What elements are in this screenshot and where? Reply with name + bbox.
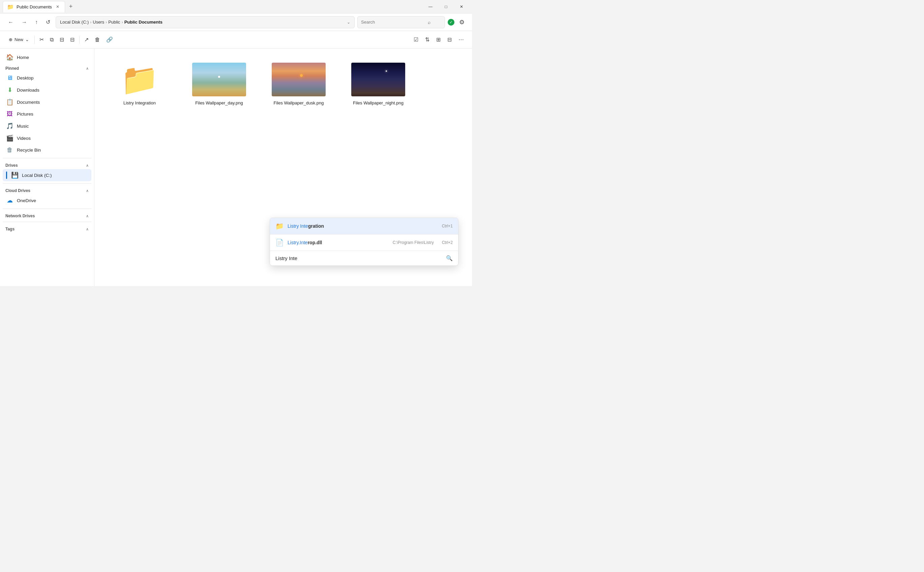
dropdown-folder-icon: 📁 [276,222,284,230]
back-button[interactable]: ← [5,17,16,27]
cloud-header[interactable]: Cloud Drives ∧ [3,186,91,194]
sidebar-cloud-section: Cloud Drives ∧ ☁ OneDrive [0,186,94,207]
sort-button[interactable]: ⇅ [422,34,432,45]
sidebar-drives-section: Drives ∧ 💾 Local Disk (C:) [0,160,94,181]
title-bar: 📁 Public Documents ✕ + — □ ✕ [0,0,472,14]
dropdown-item-2-suffix: rop.dll [308,240,322,245]
search-dropdown: 📁 Listry Integration Ctrl+1 📄 Listry.Int… [270,218,458,266]
toolbar: ⊕ New ⌄ ✂ ⧉ ⊟ ⊟ ↗ 🗑 🔗 ☑ ⇅ ⊞ ⊟ ⋯ [0,31,472,48]
sidebar-item-music[interactable]: 🎵 Music 📌 [3,120,91,132]
breadcrumb-users: Users [93,20,104,25]
sidebar-item-downloads[interactable]: ⬇ Downloads 📌 [3,84,91,96]
view-button[interactable]: ⊞ [433,34,443,45]
share-button[interactable]: ↗ [82,34,91,45]
content-area: 📁 Listry Integration Files Wallpaper_day… [94,48,472,286]
home-icon: 🏠 [6,54,14,61]
sidebar-network-section: Network Drives ∧ [0,211,94,220]
drives-chevron-icon: ∧ [86,163,89,168]
copy-button[interactable]: ⧉ [47,35,56,45]
window-close-button[interactable]: ✕ [454,2,469,12]
sidebar-item-local-disk[interactable]: 💾 Local Disk (C:) [3,169,91,181]
breadcrumb[interactable]: Local Disk (C:) › Users › Public › Publi… [56,16,355,28]
sidebar-tags-section: Tags ∧ [0,224,94,233]
sidebar-item-onedrive[interactable]: ☁ OneDrive [3,194,91,207]
select-button[interactable]: ☑ [411,34,421,45]
panel-button[interactable]: ⊟ [445,34,454,45]
dropdown-item-2-shortcut: Ctrl+2 [442,240,453,245]
sidebar-item-recycle-bin[interactable]: 🗑 Recycle Bin 📌 [3,144,91,156]
drives-header[interactable]: Drives ∧ [3,160,91,169]
bc-sep-1: › [90,20,91,25]
pinned-chevron-icon: ∧ [86,66,89,71]
dropdown-item-1-prefix: Listry Inte [288,223,308,229]
night-wallpaper-preview [351,63,405,96]
file-grid: 📁 Listry Integration Files Wallpaper_day… [103,57,464,110]
new-button[interactable]: ⊕ New ⌄ [5,35,32,44]
folder-name: Listry Integration [123,100,156,106]
more-button[interactable]: ⋯ [456,34,467,45]
minimize-button[interactable]: — [423,2,438,12]
search-box[interactable]: ⌕ [357,16,445,28]
search-go-button[interactable]: ⌕ [428,20,430,25]
drive-icon: 💾 [11,171,19,179]
sidebar-drive-label: Local Disk (C:) [22,173,52,178]
rename-button[interactable]: ⊟ [67,34,77,45]
link-button[interactable]: 🔗 [103,34,115,45]
sidebar-downloads-label: Downloads [17,88,39,93]
sidebar-home-label: Home [17,55,29,60]
pictures-icon: 🖼 [6,110,14,118]
dusk-filename: Files Wallpaper_dusk.png [273,100,324,106]
drives-section-title: Drives [5,163,18,168]
refresh-button[interactable]: ↺ [43,17,53,27]
search-input-row: 🔍 [270,251,458,266]
sidebar-item-documents[interactable]: 📋 Documents 📌 [3,96,91,108]
sidebar-divider-3 [3,208,91,209]
search-input[interactable] [361,20,425,25]
night-thumbnail [351,63,405,96]
bc-sep-2: › [106,20,107,25]
status-indicator: ✓ [448,19,454,26]
paste-button[interactable]: ⊟ [57,34,67,45]
night-filename: Files Wallpaper_night.png [353,100,404,106]
file-item-dusk[interactable]: Files Wallpaper_dusk.png [262,57,336,110]
tags-header[interactable]: Tags ∧ [3,224,91,233]
dropdown-item-2-prefix: Listry.Inte [288,240,308,245]
up-button[interactable]: ↑ [32,17,41,27]
sidebar-item-desktop[interactable]: 🖥 Desktop 📌 [3,72,91,84]
sidebar-item-videos[interactable]: 🎬 Videos 📌 [3,132,91,144]
pinned-header[interactable]: Pinned ∧ [3,63,91,72]
sidebar-recycle-label: Recycle Bin [17,148,41,152]
new-chevron-icon: ⌄ [25,37,29,42]
search-main-input[interactable] [276,255,442,261]
file-item-night[interactable]: Files Wallpaper_night.png [341,57,415,110]
onedrive-icon: ☁ [6,197,14,204]
new-label: New [14,37,23,42]
sidebar-item-home[interactable]: 🏠 Home [3,51,91,63]
file-item-folder[interactable]: 📁 Listry Integration [103,57,177,110]
delete-button[interactable]: 🗑 [92,35,103,45]
window-controls: — □ ✕ [423,2,469,12]
maximize-button[interactable]: □ [438,2,454,12]
tags-chevron-icon: ∧ [86,227,89,232]
bc-sep-3: › [122,20,123,25]
sidebar-documents-label: Documents [17,100,40,105]
active-tab[interactable]: 📁 Public Documents ✕ [3,1,65,12]
settings-button[interactable]: ⚙ [457,17,467,28]
dropdown-item-1[interactable]: 📁 Listry Integration Ctrl+1 [270,218,458,234]
folder-large-icon: 📁 [121,64,159,95]
toolbar-right: ☑ ⇅ ⊞ ⊟ ⋯ [411,34,467,45]
sidebar: 🏠 Home Pinned ∧ 🖥 Desktop 📌 ⬇ Downloads … [0,48,94,286]
cut-button[interactable]: ✂ [37,34,47,45]
folder-thumbnail: 📁 [112,63,167,96]
recycle-bin-icon: 🗑 [6,146,14,154]
file-item-day[interactable]: Files Wallpaper_day.png [182,57,256,110]
toolbar-separator-1 [34,36,35,44]
add-tab-button[interactable]: + [66,2,75,11]
forward-button[interactable]: → [19,17,30,27]
network-header[interactable]: Network Drives ∧ [3,211,91,220]
search-main-icon-button[interactable]: 🔍 [446,255,453,261]
network-section-title: Network Drives [5,214,35,218]
sidebar-item-pictures[interactable]: 🖼 Pictures 📌 [3,108,91,120]
dropdown-item-2[interactable]: 📄 Listry.Interop.dll C:\Program Files\Li… [270,235,458,251]
tab-close-button[interactable]: ✕ [55,4,61,10]
